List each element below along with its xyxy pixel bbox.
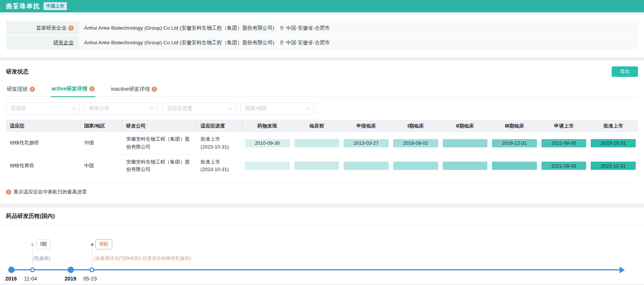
stage-arrow-icon: → xyxy=(339,123,344,129)
col-header-stage-ind: 申报临床→ xyxy=(341,120,391,132)
drug-name: 曲妥珠单抗 xyxy=(6,2,40,10)
table-footnote: i 展示适应症在中美欧日的最高进度 xyxy=(6,183,638,195)
info-icon[interactable]: i xyxy=(68,26,74,31)
tab-active-rd-details[interactable]: active研发详情 i xyxy=(51,82,95,97)
first-developer-label: 首家研发企业 i xyxy=(6,21,79,35)
stage-bar-approved: 2023-10-31 xyxy=(591,162,636,170)
rd-history-card: 药品研发历程(国内) Ⅰ期 Ⅲ期 (乳腺癌) (未接受过化疗的HER2-过度表达… xyxy=(0,207,644,284)
table-row: 转移性乳腺癌 中国 安徽安科生物工程（集团）股份有限公司 批准上市 (2023-… xyxy=(6,132,638,154)
timeline-arrowhead-icon xyxy=(620,267,625,273)
stage-bar-phase1 xyxy=(393,162,438,170)
chevron-down-icon xyxy=(228,105,232,110)
developer-value: Anhui Anke Biotechnology (Group) Co Ltd … xyxy=(79,36,638,50)
market-status-badge: 中国上市 xyxy=(44,2,67,10)
stage-arrow-icon: → xyxy=(537,123,541,129)
timeline-axis xyxy=(11,269,620,270)
company-name-link[interactable]: Anhui Anke Biotechnology (Group) Co Ltd … xyxy=(84,39,274,46)
stage-bar-ind: 2013-03-27 xyxy=(344,139,389,147)
stage-bar-phase2 xyxy=(443,162,488,170)
location-text: 中国-安徽省-合肥市 xyxy=(286,39,330,46)
company-name-link[interactable]: Anhui Anke Biotechnology (Group) Co Ltd … xyxy=(84,25,274,32)
region-filter-select[interactable]: 国家/地区 xyxy=(240,102,314,114)
company-info-card: 首家研发企业 i Anhui Anke Biotechnology (Group… xyxy=(0,15,644,57)
location-text: 中国-安徽省-合肥市 xyxy=(286,25,330,32)
footnote-text: 展示适应症在中美欧日的最高进度 xyxy=(14,189,87,195)
first-developer-label-text: 首家研发企业 xyxy=(36,25,66,32)
company-cell: 安徽安科生物工程（集团）股份有限公司 xyxy=(122,132,197,153)
timeline-year-dot xyxy=(68,267,74,273)
section-gap xyxy=(0,57,644,61)
progress-cell: 批准上市 (2023-10-31) xyxy=(197,155,243,176)
developer-label-text[interactable]: 研发企业 xyxy=(53,39,74,46)
export-button[interactable]: 导出 xyxy=(612,66,638,77)
table-header-row: 适应症 国家/地区 研发公司 适应症进度 药物发现→ 临床前→ 申报临床→ Ⅰ期… xyxy=(6,120,638,132)
col-header-indication: 适应症 xyxy=(6,120,80,132)
tab-inactive-rd-details[interactable]: inactive研发详情 i xyxy=(110,82,158,97)
indication-cell: 转移性胃癌 xyxy=(6,159,80,172)
rd-tabs: 研发现状 i active研发详情 i inactive研发详情 i xyxy=(6,82,638,97)
filter-bar: 适应症 研发公司 适应症进度 国家/地区 xyxy=(6,102,638,114)
developer-row: 研发企业 Anhui Anke Biotechnology (Group) Co… xyxy=(6,36,638,50)
milestone-stem xyxy=(92,244,92,269)
stage-bar-preclinical xyxy=(294,162,339,170)
stage-bar-nda: 2021-08-05 xyxy=(541,139,587,147)
company-location: 中国-安徽省-合肥市 xyxy=(279,25,330,32)
chevron-down-icon xyxy=(150,105,154,110)
rd-history-title: 药品研发历程(国内) xyxy=(0,213,644,220)
info-icon[interactable]: i xyxy=(30,87,35,92)
stage-bar-phase2 xyxy=(443,139,488,147)
indication-cell: 转移性乳腺癌 xyxy=(6,136,80,150)
region-cell: 中国 xyxy=(80,159,122,172)
tab-rd-current[interactable]: 研发现状 i xyxy=(6,82,36,97)
stage-bar-discovery xyxy=(245,162,290,170)
progress-filter-select[interactable]: 适应症进度 xyxy=(162,102,236,114)
rd-status-title: 研发状态 xyxy=(6,68,29,75)
stage-bar-approved: 2023-10-31 xyxy=(591,139,636,147)
company-location: 中国-安徽省-合肥市 xyxy=(279,39,330,46)
col-header-stage-discovery: 药物发现→ xyxy=(243,120,292,132)
developer-label: 研发企业 xyxy=(6,36,79,50)
col-header-stage-phase1: Ⅰ期临床→ xyxy=(391,120,440,132)
stage-bar-phase3 xyxy=(492,162,537,170)
timeline-event-dot[interactable] xyxy=(30,267,35,272)
milestone-description: (乳腺癌) xyxy=(33,255,50,262)
company-cell: 安徽安科生物工程（集团）股份有限公司 xyxy=(122,155,197,176)
rd-status-card: 研发状态 导出 研发现状 i active研发详情 i inactive研发详情… xyxy=(0,61,644,204)
timeline-date-label: 11-04 xyxy=(24,276,37,282)
first-developer-value: Anhui Anke Biotechnology (Group) Co Ltd … xyxy=(79,21,638,35)
info-icon[interactable]: i xyxy=(89,86,95,92)
rd-status-header: 研发状态 导出 xyxy=(6,66,638,77)
milestone-phase-badge: Ⅲ期 xyxy=(95,239,112,249)
milestone-dot xyxy=(91,243,94,246)
region-cell: 中国 xyxy=(80,136,122,150)
chevron-down-icon xyxy=(306,105,310,110)
section-gap xyxy=(0,204,644,207)
col-header-progress: 适应症进度 xyxy=(197,120,243,132)
timeline-year-label: 2016 xyxy=(5,276,17,282)
col-header-stage-nda: 申请上市→ xyxy=(539,120,589,132)
timeline-event-dot[interactable] xyxy=(89,267,94,272)
company-filter-select[interactable]: 研发公司 xyxy=(84,102,158,114)
stage-arrow-icon: → xyxy=(487,123,492,129)
stage-arrow-icon: → xyxy=(290,123,294,129)
col-header-region: 国家/地区 xyxy=(80,120,122,132)
col-header-company: 研发公司 xyxy=(122,120,197,132)
indication-filter-select[interactable]: 适应症 xyxy=(6,102,80,114)
timeline: Ⅰ期 Ⅲ期 (乳腺癌) (未接受过化疗的HER2-过度表达转移性乳腺癌) 201… xyxy=(0,225,644,284)
milestone-phase-badge: Ⅰ期 xyxy=(36,239,51,249)
first-developer-row: 首家研发企业 i Anhui Anke Biotechnology (Group… xyxy=(6,21,638,35)
stage-arrow-icon: → xyxy=(438,123,443,129)
col-header-stage-phase2: Ⅱ期临床→ xyxy=(440,120,490,132)
col-header-stage-phase3: Ⅲ期临床→ xyxy=(490,120,539,132)
chevron-down-icon xyxy=(72,105,76,110)
timeline-date-label: 05-23 xyxy=(83,276,97,282)
info-icon[interactable]: i xyxy=(152,87,157,92)
milestone-description: (未接受过化疗的HER2-过度表达转移性乳腺癌) xyxy=(94,255,191,262)
timeline-year-dot xyxy=(8,267,15,273)
location-pin-icon xyxy=(279,40,284,45)
col-header-stage-preclinical: 临床前→ xyxy=(292,120,342,132)
progress-cell: 批准上市 (2023-10-31) xyxy=(197,132,243,153)
stage-bar-ind xyxy=(344,162,389,170)
stage-bar-phase1: 2016-08-02 xyxy=(393,139,438,147)
stage-bar-phase3: 2016-12-31 xyxy=(492,139,537,147)
